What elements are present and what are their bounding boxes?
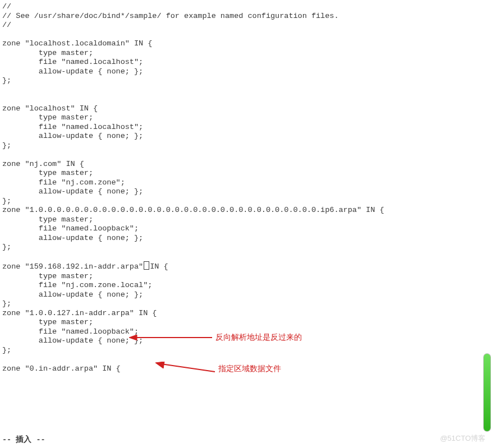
code-line: IN {: [150, 262, 168, 271]
code-line: zone "nj.com" IN {: [2, 160, 84, 168]
code-line: type master;: [2, 215, 93, 224]
code-line: file "named.localhost";: [2, 58, 143, 66]
code-line: };: [2, 76, 11, 85]
code-line: allow-update { none; };: [2, 336, 143, 345]
code-line: };: [2, 197, 11, 205]
code-line: file "named.loopback";: [2, 327, 139, 336]
code-line: //: [2, 21, 11, 29]
code-line: zone "1.0.0.127.in-addr.arpa" IN {: [2, 309, 157, 317]
code-line: };: [2, 141, 11, 150]
code-line: file "named.loopback";: [2, 224, 139, 233]
text-cursor: [144, 261, 149, 270]
code-line: };: [2, 299, 11, 308]
code-line: };: [2, 346, 11, 354]
vim-mode-status: -- 插入 --: [2, 435, 45, 445]
code-line: zone "1.0.0.0.0.0.0.0.0.0.0.0.0.0.0.0.0.…: [2, 206, 384, 214]
code-line: file "named.localhost";: [2, 123, 143, 131]
code-line: zone "159.168.192.in-addr.arpa": [2, 262, 143, 271]
code-line: type master;: [2, 113, 93, 122]
watermark-text: @51CTO博客: [440, 433, 485, 444]
code-line: file "nj.com.zone";: [2, 178, 125, 187]
code-line: };: [2, 243, 11, 251]
code-line: allow-update { none; };: [2, 290, 143, 299]
code-line: //: [2, 2, 11, 11]
scrollbar-thumb[interactable]: [484, 354, 490, 431]
code-line: type master;: [2, 49, 93, 57]
code-line: zone "localhost" IN {: [2, 104, 98, 113]
code-line: allow-update { none; };: [2, 234, 143, 242]
code-line: allow-update { none; };: [2, 132, 143, 140]
code-line: allow-update { none; };: [2, 67, 143, 76]
editor-content[interactable]: // // See /usr/share/doc/bind*/sample/ f…: [0, 0, 491, 373]
code-line: type master;: [2, 169, 93, 177]
code-line: file "nj.com.zone.local";: [2, 281, 152, 289]
code-line: type master;: [2, 318, 93, 326]
code-line: zone "0.in-addr.arpa" IN {: [2, 364, 121, 373]
code-line: // See /usr/share/doc/bind*/sample/ for …: [2, 12, 339, 20]
code-line: zone "localhost.localdomain" IN {: [2, 39, 152, 48]
code-line: allow-update { none; };: [2, 187, 143, 196]
scrollbar-track[interactable]: [483, 353, 491, 432]
code-line: type master;: [2, 272, 93, 280]
